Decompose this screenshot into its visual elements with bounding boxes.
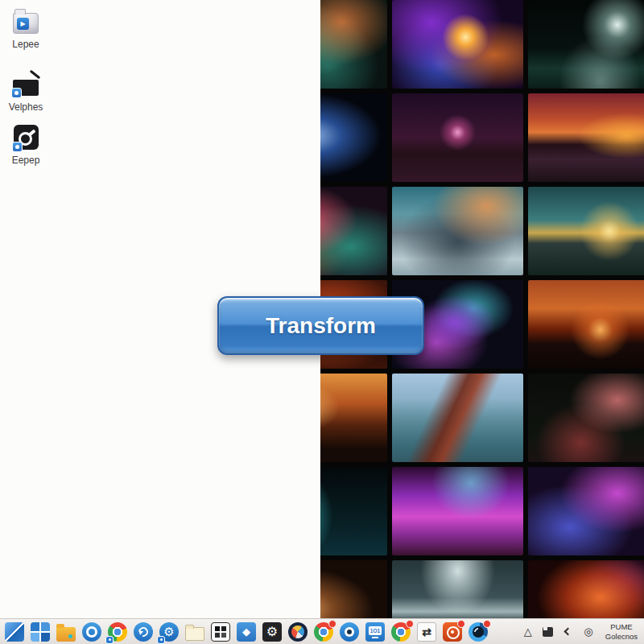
overlay-badge-icon <box>157 636 165 644</box>
chrome-icon[interactable] <box>108 622 127 642</box>
taskbar-icon-list <box>5 622 488 642</box>
desktop-icon-label: Eepep <box>12 155 40 166</box>
notification-badge <box>483 620 491 628</box>
thumb-phoenix-flames[interactable] <box>528 560 644 618</box>
tray-pip-icon[interactable] <box>542 625 555 638</box>
browser-ring-icon[interactable] <box>82 622 101 642</box>
thumb-pink-ring-horizon[interactable] <box>392 93 523 182</box>
thumb-pink-teal-nebula[interactable] <box>320 187 387 275</box>
thumb-cosmic-explosion[interactable] <box>392 0 523 89</box>
clock-line2: Golecnos <box>605 632 638 641</box>
thumb-radiant-mountain[interactable] <box>392 187 523 275</box>
file-manager-icon[interactable] <box>56 627 76 642</box>
transform-button[interactable]: Transform <box>217 296 424 355</box>
desktop-icon-label: Velphes <box>9 101 43 113</box>
window-grid-icon[interactable] <box>31 622 50 642</box>
thumb-castle-ruins-sunset[interactable] <box>320 374 387 462</box>
key-app-icon <box>10 122 41 151</box>
folder-app-icon: ▶ <box>10 6 41 35</box>
thumb-cyan-energy-burst[interactable] <box>320 467 387 555</box>
display-icon[interactable] <box>365 622 385 642</box>
desktop-icon-lepee[interactable]: ▶ Lepee <box>3 6 48 50</box>
utility-gear-icon[interactable] <box>262 622 282 642</box>
taskbar: △ ◎ PUME Golecnos <box>0 618 644 644</box>
chrome-notification-icon[interactable] <box>314 622 333 642</box>
notification-badge <box>406 620 414 628</box>
tray-expand-icon[interactable]: △ <box>522 625 535 638</box>
eye-icon[interactable] <box>340 622 359 642</box>
record-icon[interactable] <box>443 622 462 642</box>
thumb-starlight-valley[interactable] <box>392 560 523 618</box>
desktop-icon-velphes[interactable]: Velphes <box>3 69 48 113</box>
thumb-sunset-clouds-sea[interactable] <box>528 93 644 182</box>
desktop-icon-label: Lepee <box>12 39 39 50</box>
blue-badge-icon <box>11 88 22 98</box>
folder-icon[interactable] <box>185 627 204 641</box>
thumb-magenta-aurora-tree[interactable] <box>392 467 523 555</box>
notification-badge <box>328 620 336 628</box>
desktop-icon-eepep[interactable]: Eepep <box>3 122 48 166</box>
thumb-glowing-rock-arch[interactable] <box>320 560 387 618</box>
transfer-arrows-icon[interactable] <box>417 622 436 642</box>
thumb-red-lightning-field[interactable] <box>528 374 644 462</box>
window-tiles-icon[interactable] <box>5 622 24 642</box>
blue-badge-icon <box>12 142 23 152</box>
webcam-icon[interactable] <box>469 622 488 642</box>
settings-gear-icon[interactable] <box>159 622 179 642</box>
tray-clock[interactable]: PUME Golecnos <box>605 622 638 641</box>
overlay-badge-icon <box>105 636 114 644</box>
thumb-crashing-ship-sea[interactable] <box>392 374 523 462</box>
thumb-blue-nebula[interactable] <box>320 93 387 182</box>
shield-logo-icon[interactable] <box>288 622 308 642</box>
clock-line1: PUME <box>605 622 638 631</box>
gem-icon[interactable] <box>237 622 256 642</box>
thumb-sunrise-lake-rays[interactable] <box>528 187 644 275</box>
notification-badge <box>457 620 465 628</box>
thumb-teal-orange-nebula[interactable] <box>320 0 387 89</box>
app-grid-icon[interactable] <box>211 622 230 642</box>
thumb-white-swirl-over-ice[interactable] <box>528 0 644 89</box>
sync-icon[interactable] <box>134 622 153 642</box>
tray-chevron-icon[interactable] <box>562 625 575 638</box>
tray-record-icon[interactable]: ◎ <box>582 625 595 638</box>
emblem-icon: ▶ <box>17 18 29 30</box>
thumb-orange-sunset-lake[interactable] <box>528 280 644 369</box>
thumb-purple-glow-mountain[interactable] <box>528 467 644 555</box>
laptop-app-icon <box>10 69 41 98</box>
system-tray: △ ◎ PUME Golecnos <box>522 622 638 641</box>
chrome-notification-icon-2[interactable] <box>391 622 411 642</box>
